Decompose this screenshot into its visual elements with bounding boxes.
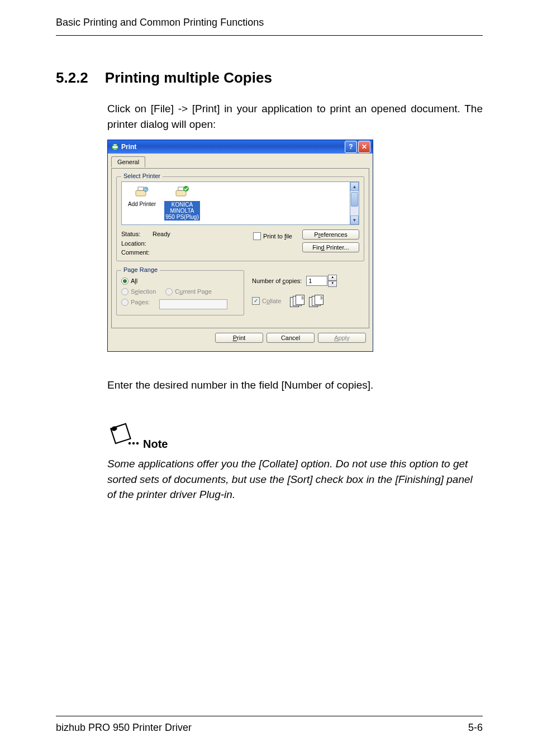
svg-point-13 bbox=[132, 442, 135, 444]
copies-value[interactable]: 1 bbox=[306, 276, 327, 286]
collate-label: Collate bbox=[262, 298, 281, 304]
titlebar-close-button[interactable]: ✕ bbox=[358, 141, 370, 153]
printer-icon bbox=[173, 184, 191, 200]
svg-rect-8 bbox=[178, 187, 184, 190]
status-label: Status: bbox=[121, 229, 153, 239]
radio-selection-label: Selection bbox=[131, 288, 156, 295]
radio-selection: Selection bbox=[121, 288, 156, 295]
radio-icon bbox=[121, 299, 129, 306]
preferences-button[interactable]: Preferences bbox=[302, 229, 359, 240]
copies-label: Number of copies: bbox=[252, 277, 302, 284]
printer-icon bbox=[111, 143, 119, 151]
spin-up-button[interactable]: ▲ bbox=[328, 275, 337, 281]
find-printer-button[interactable]: Find Printer... bbox=[302, 242, 359, 252]
radio-icon bbox=[121, 277, 129, 285]
printer-item-add-label: Add Printer bbox=[124, 201, 160, 207]
svg-point-12 bbox=[129, 442, 131, 444]
print-button[interactable]: Print bbox=[215, 333, 263, 343]
comment-label: Comment: bbox=[121, 248, 153, 257]
apply-button: Apply bbox=[318, 333, 366, 343]
section-number: 5.2.2 bbox=[56, 69, 88, 87]
print-to-file-checkbox[interactable]: Print to file bbox=[253, 232, 292, 240]
svg-rect-2 bbox=[113, 149, 117, 150]
footer-left: bizhub PRO 950 Printer Driver bbox=[56, 722, 192, 734]
note-block: Note Some applications offer you the [Co… bbox=[107, 418, 483, 503]
radio-current-page: Current Page bbox=[165, 288, 211, 295]
sheet-icon: 3 bbox=[315, 295, 323, 305]
tab-strip: General bbox=[111, 156, 369, 169]
status-value: Ready bbox=[153, 231, 170, 237]
cancel-button[interactable]: Cancel bbox=[266, 333, 315, 343]
dialog-titlebar: Print ? ✕ bbox=[108, 140, 373, 154]
location-label: Location: bbox=[121, 239, 153, 248]
print-to-file-label: Print to file bbox=[263, 233, 292, 240]
radio-pages: Pages: bbox=[121, 299, 150, 306]
intro-paragraph: Click on [File] -> [Print] in your appli… bbox=[107, 101, 483, 132]
titlebar-help-button[interactable]: ? bbox=[345, 141, 357, 153]
printer-item-selected-label: KONICA MINOLTA 950 PS(Plug) bbox=[164, 201, 200, 221]
note-text: Some applications offer you the [Collate… bbox=[107, 456, 483, 503]
printer-list[interactable]: ? Add Printer KONICA MINOLTA 950 PS(Plug… bbox=[121, 181, 350, 225]
checkbox-icon bbox=[252, 297, 260, 305]
pages-input bbox=[159, 299, 227, 309]
note-label: Note bbox=[143, 438, 168, 451]
scroll-up-button[interactable]: ▲ bbox=[350, 182, 359, 191]
copies-spinner[interactable]: 1 ▲ ▼ bbox=[306, 275, 337, 287]
radio-current-page-label: Current Page bbox=[175, 288, 211, 295]
svg-rect-1 bbox=[113, 144, 117, 146]
spin-down-button[interactable]: ▼ bbox=[328, 281, 337, 287]
sheet-icon: 3 bbox=[296, 295, 304, 305]
radio-pages-label: Pages: bbox=[131, 299, 150, 305]
printer-list-scrollbar[interactable]: ▲ ▼ bbox=[350, 181, 359, 225]
print-dialog: Print ? ✕ General Select Printer ? bbox=[107, 140, 373, 352]
scroll-track[interactable] bbox=[350, 191, 359, 216]
group-page-range-title: Page Range bbox=[121, 266, 160, 273]
footer-right: 5-6 bbox=[468, 722, 483, 734]
svg-rect-7 bbox=[176, 190, 186, 196]
page-header: Basic Printing and Common Printing Funct… bbox=[56, 17, 483, 28]
group-page-range: Page Range All Selection bbox=[116, 270, 244, 315]
collate-illustration: 1 2 3 1 2 3 bbox=[290, 295, 325, 307]
svg-text:?: ? bbox=[145, 188, 147, 192]
group-select-printer: Select Printer ? Add Printer bbox=[116, 176, 364, 261]
tab-general[interactable]: General bbox=[111, 156, 145, 168]
radio-all[interactable]: All bbox=[121, 277, 137, 285]
svg-point-14 bbox=[136, 442, 139, 444]
dialog-title: Print bbox=[121, 143, 136, 151]
section-heading: 5.2.2 Printing multiple Copies bbox=[56, 69, 483, 87]
after-paragraph: Enter the desired number in the field [N… bbox=[107, 377, 483, 393]
add-printer-icon: ? bbox=[133, 184, 151, 200]
svg-rect-4 bbox=[138, 187, 144, 190]
group-select-printer-title: Select Printer bbox=[121, 173, 163, 179]
scroll-down-button[interactable]: ▼ bbox=[350, 216, 359, 224]
collate-checkbox: Collate bbox=[252, 297, 281, 305]
radio-icon bbox=[165, 288, 173, 295]
header-rule bbox=[56, 35, 483, 36]
page-footer: bizhub PRO 950 Printer Driver 5-6 bbox=[56, 716, 483, 734]
radio-icon bbox=[121, 288, 129, 295]
scroll-thumb[interactable] bbox=[351, 192, 358, 207]
printer-status-block: Status:Ready Location: Comment: bbox=[121, 229, 240, 257]
radio-all-label: All bbox=[131, 277, 137, 284]
svg-rect-0 bbox=[112, 146, 118, 149]
printer-item-add[interactable]: ? Add Printer bbox=[124, 184, 160, 222]
printer-item-selected[interactable]: KONICA MINOLTA 950 PS(Plug) bbox=[164, 184, 200, 222]
section-title: Printing multiple Copies bbox=[105, 69, 272, 87]
note-icon bbox=[107, 418, 140, 451]
checkbox-icon bbox=[253, 232, 261, 240]
